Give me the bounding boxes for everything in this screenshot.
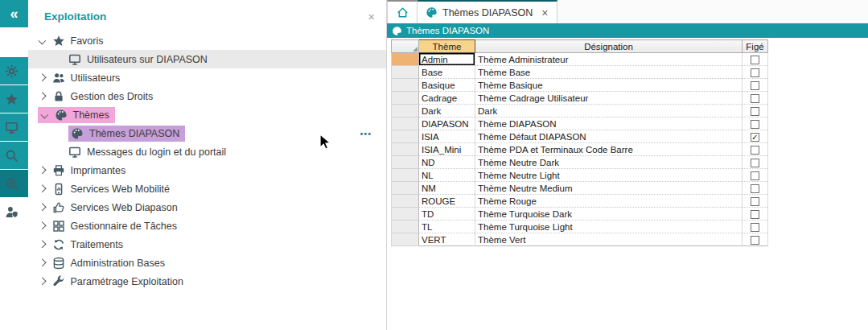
chevron-down-icon[interactable]	[39, 37, 46, 44]
sidebar-item-utilisateurs[interactable]: Utilisateurs	[28, 68, 386, 87]
table-row-dark[interactable]: DarkDark	[392, 105, 768, 118]
tab-themes-diapason[interactable]: Thèmes DIAPASON ×	[418, 0, 557, 23]
checkbox-checked[interactable]: ✓	[751, 133, 759, 142]
sidebar-item-favoris[interactable]: Favoris	[28, 31, 386, 50]
iconbar-item-search[interactable]	[0, 142, 28, 169]
checkbox-unchecked[interactable]	[751, 94, 759, 103]
table-row-vert[interactable]: VERTThème Vert	[392, 233, 768, 246]
chevron-right-icon[interactable]	[39, 222, 46, 229]
table-row-isia-mini[interactable]: ISIA_MiniThème PDA et Terminaux Code Bar…	[392, 143, 768, 156]
cell-theme[interactable]: ISIA	[419, 130, 475, 143]
checkbox-unchecked[interactable]	[751, 197, 759, 206]
cell-designation[interactable]: Thème Administrateur	[475, 53, 743, 66]
cell-designation[interactable]: Thème PDA et Terminaux Code Barre	[475, 143, 743, 156]
row-selector[interactable]	[392, 79, 419, 92]
table-row-basique[interactable]: BasiqueThème Basique	[392, 79, 768, 92]
row-selector[interactable]	[392, 143, 419, 156]
table-row-nd[interactable]: NDThème Neutre Dark	[392, 156, 768, 169]
sidebar-close-icon[interactable]: ×	[368, 10, 375, 23]
cell-theme[interactable]: DIAPASON	[419, 118, 475, 130]
checkbox-unchecked[interactable]	[751, 68, 759, 77]
table-row-cadrage[interactable]: CadrageThème Cadrage Utilisateur	[392, 92, 768, 105]
chevron-right-icon[interactable]	[39, 259, 46, 266]
cell-designation[interactable]: Dark	[475, 105, 743, 118]
row-selector[interactable]	[392, 221, 419, 233]
tab-home[interactable]	[387, 0, 418, 23]
row-selector[interactable]	[392, 53, 419, 66]
sidebar-item-messages-du-login-et-du-portail[interactable]: Messages du login et du portail	[28, 142, 386, 161]
chevron-down-icon[interactable]	[41, 111, 48, 118]
chevron-right-icon[interactable]	[39, 204, 46, 211]
table-row-nm[interactable]: NMThème Neutre Medium	[392, 182, 768, 195]
cell-designation[interactable]: Thème Vert	[475, 233, 743, 246]
chevron-right-icon[interactable]	[39, 278, 46, 285]
cell-designation[interactable]: Thème Neutre Medium	[475, 182, 743, 195]
row-selector[interactable]	[392, 92, 419, 105]
cell-designation[interactable]: Thème Turquoise Light	[475, 221, 743, 233]
table-row-rouge[interactable]: ROUGEThème Rouge	[392, 195, 768, 208]
row-selector[interactable]	[392, 208, 419, 221]
chevron-right-icon[interactable]	[39, 93, 46, 100]
row-selector[interactable]	[392, 118, 419, 130]
row-menu-button[interactable]: •••	[360, 129, 372, 138]
checkbox-unchecked[interactable]	[751, 81, 759, 90]
sidebar-item-utilisateurs-sur-diapason[interactable]: Utilisateurs sur DIAPASON	[28, 50, 386, 68]
cell-theme[interactable]: Admin	[419, 53, 475, 66]
cell-theme[interactable]: TL	[419, 221, 475, 233]
iconbar-item-monitor[interactable]	[0, 113, 28, 141]
sidebar-item-imprimantes[interactable]: Imprimantes	[28, 161, 386, 179]
column-header-selector[interactable]	[392, 40, 419, 53]
sidebar-item-parametrage-exploitation[interactable]: Paramétrage Exploitation	[28, 272, 386, 291]
row-selector[interactable]	[392, 66, 419, 79]
chevron-right-icon[interactable]	[39, 185, 46, 192]
table-row-isia[interactable]: ISIAThème Défaut DIAPASON✓	[392, 130, 768, 143]
cell-designation[interactable]: Thème DIAPASON	[475, 118, 743, 130]
checkbox-unchecked[interactable]	[751, 223, 759, 232]
checkbox-unchecked[interactable]	[751, 236, 759, 245]
cell-designation[interactable]: Thème Turquoise Dark	[475, 208, 743, 221]
checkbox-unchecked[interactable]	[751, 159, 759, 167]
cell-theme[interactable]: ISIA_Mini	[419, 143, 475, 156]
sidebar-item-themes[interactable]: Thèmes	[28, 105, 386, 124]
row-selector[interactable]	[392, 130, 419, 143]
chevron-right-icon[interactable]	[39, 167, 46, 174]
row-selector[interactable]	[392, 156, 419, 169]
checkbox-unchecked[interactable]	[751, 146, 759, 155]
sidebar-item-services-web-mobilite[interactable]: Services Web Mobilité	[28, 179, 386, 198]
cell-theme[interactable]: Cadrage	[419, 92, 475, 105]
row-selector[interactable]	[392, 233, 419, 246]
sidebar-item-administration-bases[interactable]: Administration Bases	[28, 254, 386, 272]
cell-designation[interactable]: Thème Défaut DIAPASON	[475, 130, 743, 143]
cell-designation[interactable]: Thème Base	[475, 66, 743, 79]
cell-theme[interactable]: VERT	[419, 233, 475, 246]
cell-designation[interactable]: Thème Cadrage Utilisateur	[475, 92, 743, 105]
tab-close-icon[interactable]: ×	[541, 7, 548, 19]
table-row-tl[interactable]: TLThème Turquoise Light	[392, 221, 768, 233]
column-header-theme[interactable]: Thème	[419, 40, 475, 53]
row-selector[interactable]	[392, 195, 419, 208]
sidebar-item-services-web-diapason[interactable]: Services Web Diapason	[28, 198, 386, 217]
table-row-admin[interactable]: AdminThème Administrateur	[392, 53, 768, 66]
cell-designation[interactable]: Thème Neutre Dark	[475, 156, 743, 169]
cell-designation[interactable]: Thème Neutre Light	[475, 169, 743, 182]
checkbox-unchecked[interactable]	[751, 171, 759, 180]
sidebar-item-traitements[interactable]: Traitements	[28, 235, 386, 254]
iconbar-item-star[interactable]	[0, 85, 28, 113]
cell-theme[interactable]: TD	[419, 208, 475, 221]
cell-theme[interactable]: ROUGE	[419, 195, 475, 208]
checkbox-unchecked[interactable]	[751, 210, 759, 219]
checkbox-unchecked[interactable]	[751, 56, 759, 64]
checkbox-unchecked[interactable]	[751, 107, 759, 116]
iconbar-item-user-shield[interactable]	[0, 198, 28, 225]
table-row-nl[interactable]: NLThème Neutre Light	[392, 169, 768, 182]
sidebar-item-themes-diapason[interactable]: Thèmes DIAPASON•••	[28, 124, 386, 142]
checkbox-unchecked[interactable]	[751, 120, 759, 129]
table-row-td[interactable]: TDThème Turquoise Dark	[392, 208, 768, 221]
chevron-right-icon[interactable]	[39, 241, 46, 248]
cell-theme[interactable]: NM	[419, 182, 475, 195]
cell-theme[interactable]: ND	[419, 156, 475, 169]
table-row-base[interactable]: BaseThème Base	[392, 66, 768, 79]
cell-theme[interactable]: NL	[419, 169, 475, 182]
table-row-diapason[interactable]: DIAPASONThème DIAPASON	[392, 118, 768, 130]
cell-designation[interactable]: Thème Basique	[475, 79, 743, 92]
